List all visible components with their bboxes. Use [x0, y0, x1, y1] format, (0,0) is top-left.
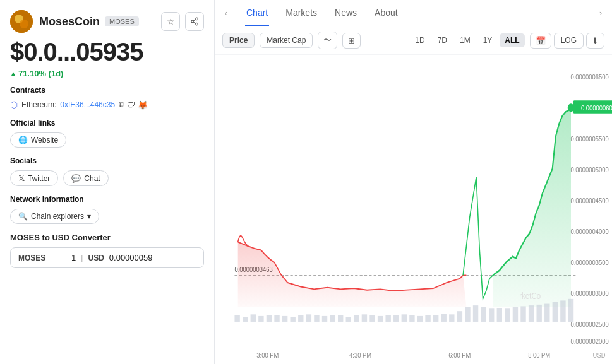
svg-text:8:00 PM: 8:00 PM [528, 351, 550, 359]
time-7d-btn[interactable]: 7D [433, 33, 452, 47]
svg-text:0.0000002000: 0.0000002000 [570, 337, 608, 345]
svg-text:0.0000005000: 0.0000005000 [570, 165, 608, 173]
svg-line-6 [193, 22, 196, 23]
svg-rect-30 [291, 317, 296, 322]
header-icons: ☆ [161, 12, 204, 31]
socials-section: Socials 𝕏 Twitter 💬 Chat [10, 156, 204, 186]
log-btn[interactable]: LOG [554, 33, 584, 49]
coin-name-block: MosesCoin MOSES [39, 15, 155, 28]
chain-explorer-dropdown[interactable]: 🔍 Chain explorers ▾ [10, 209, 99, 224]
chat-button[interactable]: 💬 Chat [63, 170, 108, 186]
svg-rect-44 [402, 314, 407, 322]
coin-name: MosesCoin [39, 15, 100, 28]
right-panel: ‹ Chart Markets News About › Price Marke… [215, 0, 612, 364]
market-cap-btn[interactable]: Market Cap [260, 33, 313, 48]
tab-markets[interactable]: Markets [284, 0, 318, 26]
chart-area: 0.0000006500 0.0000006000 0.0000005500 0… [215, 55, 612, 364]
svg-rect-29 [282, 316, 287, 322]
svg-rect-24 [243, 317, 248, 322]
svg-rect-64 [560, 300, 565, 322]
svg-rect-32 [306, 314, 311, 322]
converter-from-input[interactable] [51, 253, 76, 262]
svg-text:4:30 PM: 4:30 PM [349, 351, 371, 359]
time-buttons: 1D 7D 1M 1Y ALL [410, 33, 524, 47]
price-display: $0.0...05935 [10, 38, 204, 66]
svg-rect-27 [267, 315, 272, 322]
tab-about[interactable]: About [373, 0, 399, 26]
time-all-btn[interactable]: ALL [500, 33, 524, 47]
svg-rect-37 [346, 317, 351, 322]
copy-icon[interactable]: ⧉ [119, 100, 124, 110]
svg-point-4 [191, 20, 194, 23]
scroll-left-arrow[interactable]: ‹ [222, 9, 230, 18]
download-icon[interactable]: ⬇ [586, 33, 604, 49]
chart-controls: Price Market Cap 〜 ⊞ 1D 7D 1M 1Y ALL 📅 L… [215, 26, 612, 55]
svg-rect-52 [465, 307, 470, 322]
chat-icon: 💬 [71, 174, 81, 183]
time-1m-btn[interactable]: 1M [455, 33, 476, 47]
twitter-button[interactable]: 𝕏 Twitter [10, 170, 58, 186]
share-button[interactable] [185, 12, 204, 31]
svg-rect-61 [536, 305, 541, 322]
globe-icon: 🌐 [18, 136, 28, 144]
calendar-icon[interactable]: 📅 [530, 33, 551, 49]
converter-separator: | [81, 254, 83, 262]
explorer-label: Chain explorers [31, 212, 84, 221]
star-button[interactable]: ☆ [161, 12, 180, 31]
svg-rect-31 [298, 315, 303, 322]
scroll-right-arrow[interactable]: › [597, 9, 604, 18]
svg-rect-53 [473, 305, 478, 322]
svg-rect-59 [520, 306, 525, 322]
svg-rect-63 [553, 302, 558, 322]
shield-icon[interactable]: 🛡 [127, 100, 135, 110]
coin-header: MosesCoin MOSES ☆ [10, 10, 204, 33]
tab-news[interactable]: News [333, 0, 358, 26]
socials-title: Socials [10, 156, 204, 165]
chat-label: Chat [84, 174, 100, 183]
network-section: Network information 🔍 Chain explorers ▾ [10, 195, 204, 224]
price-change: 71.10% (1d) [10, 69, 204, 78]
svg-rect-54 [481, 307, 486, 322]
svg-text:0.0000005500: 0.0000005500 [570, 134, 608, 143]
svg-rect-38 [354, 315, 359, 322]
svg-text:3:00 PM: 3:00 PM [256, 351, 279, 359]
fox-icon[interactable]: 🦊 [138, 100, 148, 110]
contract-actions: ⧉ 🛡 🦊 [119, 100, 148, 110]
svg-rect-36 [338, 315, 343, 322]
candle-chart-icon[interactable]: ⊞ [342, 33, 361, 49]
chevron-down-icon: ▾ [87, 212, 91, 221]
twitter-icon: 𝕏 [18, 173, 25, 183]
svg-point-2 [20, 20, 28, 28]
tab-chart[interactable]: Chart [245, 0, 269, 26]
svg-text:0.0000003500: 0.0000003500 [570, 258, 608, 266]
website-button[interactable]: 🌐 Website [10, 132, 66, 148]
svg-rect-55 [489, 308, 494, 322]
tabs-row: ‹ Chart Markets News About › [215, 0, 612, 26]
svg-rect-39 [362, 314, 367, 322]
svg-rect-26 [258, 316, 263, 322]
svg-rect-33 [314, 315, 319, 322]
svg-rect-43 [393, 315, 399, 322]
price-btn[interactable]: Price [222, 33, 255, 48]
eth-icon: ⬡ [10, 100, 18, 110]
time-1y-btn[interactable]: 1Y [478, 33, 498, 47]
svg-rect-51 [457, 311, 462, 322]
svg-rect-46 [417, 316, 423, 322]
converter-title: MOSES to USD Converter [10, 233, 204, 242]
svg-text:0.0000004000: 0.0000004000 [570, 227, 608, 235]
website-label: Website [31, 136, 58, 144]
line-chart-icon[interactable]: 〜 [318, 32, 337, 49]
ethereum-label: Ethereum: [21, 100, 56, 109]
svg-rect-56 [497, 308, 502, 322]
svg-rect-50 [449, 314, 454, 322]
time-1d-btn[interactable]: 1D [410, 33, 429, 47]
svg-line-7 [193, 20, 196, 21]
svg-text:0.0000006500: 0.0000006500 [570, 73, 608, 81]
converter-from-token: MOSES [18, 254, 45, 262]
svg-point-3 [196, 18, 198, 20]
svg-rect-28 [274, 315, 279, 322]
social-buttons: 𝕏 Twitter 💬 Chat [10, 170, 204, 186]
left-panel: MosesCoin MOSES ☆ $0.0...05935 71.10% (1… [0, 0, 215, 364]
contract-row: ⬡ Ethereum: 0xfE36...446c35 ⧉ 🛡 🦊 [10, 100, 204, 110]
network-title: Network information [10, 195, 204, 204]
